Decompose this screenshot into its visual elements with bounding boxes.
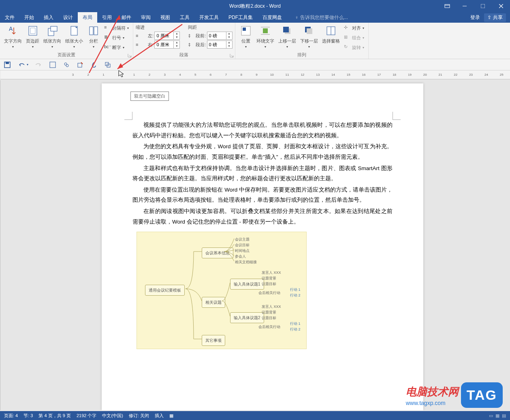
group-paragraph: 缩进 ≡ 左: ▲▼ ≡ 右: ▲▼ 间距 ‡ 段前: ▲▼ — [133, 23, 235, 59]
horizontal-ruler[interactable]: 3211234567891011121314151617181920212223… — [0, 70, 510, 79]
qat-btn-1[interactable] — [49, 62, 56, 68]
vertical-ruler[interactable]: 211234567891011121314151617181920212223 — [0, 80, 0, 410]
tab-pdf[interactable]: PDF工具集 — [224, 12, 258, 23]
document-workspace: L 21123456789101112131415161718192021222… — [0, 70, 510, 410]
rotate-button[interactable]: ↻旋转▾ — [342, 43, 366, 52]
paragraph[interactable]: 视频提供了功能强大的方法帮助您证明您的观点。当您单击联机视频时，可以在想要添加的… — [132, 120, 393, 141]
status-macro-icon[interactable]: ▦ — [169, 413, 173, 418]
spacing-before-field[interactable]: ‡ 段前: ▲▼ — [188, 31, 232, 40]
svg-rect-26 — [6, 62, 9, 64]
status-language[interactable]: 中文(中国) — [102, 413, 123, 419]
line-numbers-button[interactable]: ≣行号▾ — [102, 33, 130, 42]
columns-icon — [87, 24, 100, 37]
minimize-button[interactable] — [455, 0, 474, 12]
svg-rect-20 — [283, 27, 289, 32]
indent-left-icon: ≡ — [136, 33, 138, 38]
paragraph[interactable]: 使用在需要位置出现的新按钮在 Word 中保存时间。若要更改图片适应文档的方式，… — [132, 185, 393, 205]
tab-references[interactable]: 引用 — [97, 12, 117, 23]
document-scroll-area[interactable]: 视频提供了功能强大的方法帮助您证明您的观点。当您单击联机视频时，可以在想要添加的… — [0, 79, 510, 410]
svg-rect-13 — [94, 27, 98, 35]
text-direction-icon: A — [6, 24, 19, 37]
group-arrange: 位置▾ 环绕文字▾ 上移一层▾ 下移一层▾ 选择窗格 ⊹对齐▾ ⊞组合▾ ↻旋转… — [235, 23, 369, 59]
indent-right-field[interactable]: ≡ 右: ▲▼ — [136, 40, 180, 49]
paragraph[interactable]: 在新的阅读视图中阅读更加容易。可以折叠文档某些部分并关注所需文本。如果在达到结尾… — [132, 206, 393, 227]
view-web-layout[interactable]: ▤ — [502, 413, 506, 418]
status-insert-mode[interactable]: 插入 — [155, 413, 164, 419]
view-read-mode[interactable]: ▭ — [489, 413, 493, 418]
position-button[interactable]: 位置▾ — [238, 23, 254, 49]
svg-rect-22 — [307, 28, 312, 34]
ribbon: A 文字方向▾ 页边距▾ 纸张方向▾ 纸张大小▾ 分栏▾ ≡分隔符▾ ≣行号 — [0, 23, 510, 59]
login-link[interactable]: 登录 — [470, 14, 480, 21]
tab-baidu[interactable]: 百度网盘 — [258, 12, 287, 23]
lightbulb-icon: ♀ — [295, 15, 299, 20]
indent-left-field[interactable]: ≡ 左: ▲▼ — [136, 31, 180, 40]
cursor-icon — [118, 70, 125, 78]
redo-button[interactable] — [36, 62, 42, 68]
tab-mailings[interactable]: 邮件 — [117, 12, 136, 23]
breaks-icon: ≡ — [104, 25, 111, 31]
qat-btn-2[interactable] — [63, 62, 70, 68]
ribbon-display-options[interactable] — [441, 0, 453, 12]
text-direction-button[interactable]: A 文字方向▾ — [2, 23, 23, 49]
group-button[interactable]: ⊞组合▾ — [342, 33, 366, 42]
undo-button[interactable]: ▾ — [18, 62, 28, 68]
svg-point-29 — [66, 64, 68, 67]
status-section[interactable]: 节: 3 — [23, 413, 33, 419]
svg-rect-0 — [445, 4, 450, 8]
title-bar: Word教程2.docx - Word — [0, 0, 510, 12]
tab-home[interactable]: 开始 — [19, 12, 39, 23]
svg-rect-10 — [51, 26, 57, 31]
columns-button[interactable]: 分栏▾ — [85, 23, 102, 49]
wrap-text-icon — [259, 24, 272, 37]
document-page[interactable]: 视频提供了功能强大的方法帮助您证明您的观点。当您单击联机视频时，可以在想要添加的… — [102, 83, 423, 410]
selection-pane-button[interactable]: 选择窗格 — [320, 23, 341, 45]
mindmap-image[interactable]: 通用会议纪要模板 会议基本信息 会议主题 会议目标 时间地点 参会人 相关文档链… — [137, 232, 307, 349]
svg-rect-15 — [243, 28, 246, 31]
tab-review[interactable]: 审阅 — [136, 12, 156, 23]
share-button[interactable]: ⇪ 共享 — [484, 13, 506, 22]
qat-btn-4[interactable] — [91, 62, 97, 68]
qat-btn-3[interactable] — [77, 62, 83, 68]
bring-forward-button[interactable]: 上移一层▾ — [277, 23, 298, 49]
position-icon — [239, 24, 252, 37]
tab-view[interactable]: 视图 — [156, 12, 175, 23]
tab-insert[interactable]: 插入 — [39, 12, 58, 23]
close-button[interactable] — [492, 0, 510, 12]
svg-text:A: A — [9, 26, 13, 32]
size-button[interactable]: 纸张大小▾ — [64, 23, 85, 49]
spacing-after-field[interactable]: ‡ 段后: ▲▼ — [188, 40, 232, 49]
tab-developer[interactable]: 开发工具 — [194, 12, 224, 23]
status-word-count[interactable]: 2192 个字 — [77, 413, 97, 419]
tab-design[interactable]: 设计 — [58, 12, 78, 23]
status-page[interactable]: 页面: 4 — [4, 413, 18, 419]
spacing-before-icon: ‡ — [188, 33, 190, 38]
tooltip: 双击可隐藏空白 — [130, 92, 169, 101]
maximize-button[interactable] — [474, 0, 492, 12]
send-backward-button[interactable]: 下移一层▾ — [299, 23, 320, 49]
status-track-changes[interactable]: 修订: 关闭 — [129, 413, 149, 419]
status-page-count[interactable]: 第 4 页，共 9 页 — [38, 413, 70, 419]
paragraph-launcher[interactable] — [229, 53, 234, 58]
qat-btn-5[interactable] — [105, 62, 111, 68]
paragraph[interactable]: 为使您的文档具有专业外观，Word 提供了页眉、页脚、封面和文本框设计，这些设计… — [132, 141, 393, 162]
tab-layout[interactable]: 布局 — [78, 12, 97, 23]
breaks-button[interactable]: ≡分隔符▾ — [102, 23, 130, 32]
save-button[interactable] — [4, 62, 11, 68]
tab-tools[interactable]: 工具 — [175, 12, 194, 23]
wrap-text-button[interactable]: 环绕文字▾ — [255, 23, 276, 49]
hyphenation-button[interactable]: bc⁻断字▾ — [102, 43, 130, 52]
align-button[interactable]: ⊹对齐▾ — [342, 23, 366, 32]
share-icon: ⇪ — [487, 15, 491, 20]
orientation-button[interactable]: 纸张方向▾ — [42, 23, 63, 49]
tab-file[interactable]: 文件 — [0, 12, 19, 23]
margins-button[interactable]: 页边距▾ — [24, 23, 41, 49]
window-title: Word教程2.docx - Word — [229, 3, 281, 10]
paragraph[interactable]: 主题和样式也有助于文档保持协调。当您单击设计并选择新的主题时，图片、图表或 Sm… — [132, 163, 393, 184]
hyphenation-icon: bc⁻ — [104, 44, 111, 51]
group-page-setup: A 文字方向▾ 页边距▾ 纸张方向▾ 纸张大小▾ 分栏▾ ≡分隔符▾ ≣行号 — [0, 23, 133, 59]
page-setup-launcher[interactable] — [127, 53, 132, 58]
view-print-layout[interactable]: ▦ — [495, 413, 499, 418]
svg-rect-27 — [50, 62, 55, 68]
tell-me-search[interactable]: ♀ 告诉我您想要做什么... — [295, 12, 348, 23]
